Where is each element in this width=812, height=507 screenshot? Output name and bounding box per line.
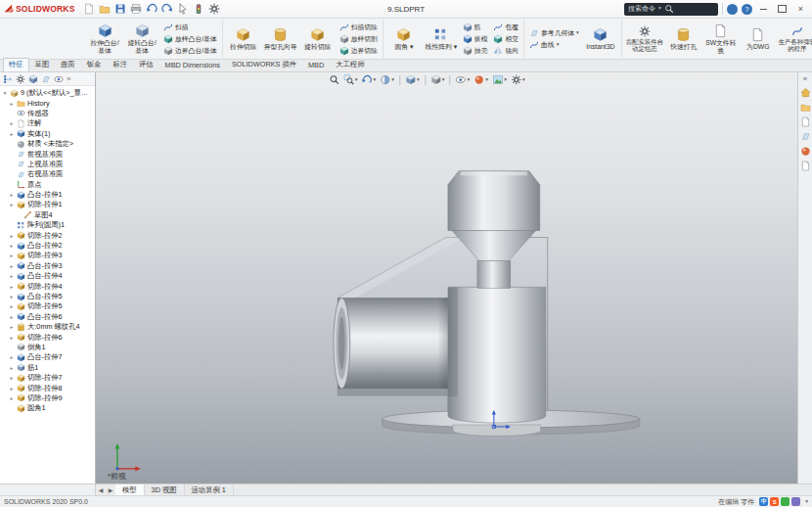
minimize-button[interactable]: [756, 3, 771, 16]
commandmanager-tab-6[interactable]: MBD Dimensions: [159, 59, 226, 71]
tree-arrow-icon[interactable]: ▸: [9, 335, 15, 341]
tree-arrow-icon[interactable]: ▸: [9, 273, 15, 279]
swept-cut-button[interactable]: 扫描切除: [338, 22, 380, 32]
tree-item-1[interactable]: ▸History: [0, 98, 95, 108]
tree-arrow-icon[interactable]: ▸: [9, 375, 15, 381]
undo-button[interactable]: [145, 2, 159, 16]
tree-item-26[interactable]: ▸凸台-拉伸7: [0, 352, 95, 362]
ime-lang-icon[interactable]: 中: [759, 497, 768, 506]
tree-item-3[interactable]: ▸注解: [0, 118, 95, 128]
tree-arrow-icon[interactable]: ▸: [9, 284, 15, 290]
tray-caret-icon[interactable]: ▾: [805, 499, 808, 505]
swept-boss-button[interactable]: 扫描: [161, 22, 219, 32]
open-file-button[interactable]: [98, 2, 113, 16]
tree-arrow-icon[interactable]: ▸: [9, 303, 15, 309]
tree-arrow-icon[interactable]: ▸: [9, 263, 15, 269]
graphics-area[interactable]: ▾▾▾▾▾▾▾▾▾: [96, 72, 797, 484]
macro-gear-button[interactable]: 齿配实装件自动定组态: [625, 22, 664, 56]
tree-item-2[interactable]: 传感器: [0, 109, 95, 118]
tree-arrow-icon[interactable]: ▸: [9, 395, 15, 401]
revolved-boss-button[interactable]: 旋转凸台/基体: [124, 22, 159, 56]
apply-scene-button[interactable]: ▾: [491, 73, 508, 86]
mirror-button[interactable]: 镜向: [491, 45, 520, 56]
command-search-input[interactable]: 搜索命令 ▾: [624, 3, 718, 16]
tree-item-0[interactable]: ▾9 (默认<<默认>_显示状态 1>: [0, 88, 95, 98]
options-button[interactable]: [207, 2, 222, 16]
to-dwg-button[interactable]: 为DWG: [741, 22, 776, 56]
quick-hole-button[interactable]: 快速打孔: [666, 22, 701, 56]
model-canvas[interactable]: [96, 72, 797, 484]
save-button[interactable]: [113, 2, 128, 16]
tree-item-29[interactable]: ▸切除-拉伸8: [0, 383, 95, 392]
tree-item-28[interactable]: ▸切除-拉伸7: [0, 373, 95, 383]
draft-button[interactable]: 拔模: [461, 33, 490, 44]
fm-display-tab[interactable]: [54, 74, 64, 84]
close-button[interactable]: ×: [793, 3, 808, 16]
maximize-button[interactable]: [775, 3, 789, 16]
commandmanager-tab-8[interactable]: MBD: [302, 59, 330, 71]
pane-flyout-icon[interactable]: »: [67, 74, 70, 83]
select-button[interactable]: [176, 2, 191, 16]
ime-tool-icon[interactable]: [791, 497, 800, 506]
tree-item-23[interactable]: ▸大:0mm 螺纹孔4: [0, 322, 95, 332]
document-tab-2[interactable]: 运动算例 1: [185, 484, 234, 495]
boundary-cut-button[interactable]: 边界切除: [338, 45, 380, 56]
appearances-button[interactable]: [800, 146, 811, 157]
tree-item-4[interactable]: ▸实体(1): [0, 129, 95, 139]
tree-item-11[interactable]: ▸切除-拉伸1: [0, 200, 95, 209]
fm-dimxpert-tab[interactable]: [41, 74, 51, 84]
hide-show-items-button[interactable]: ▾: [455, 73, 472, 86]
file-convert-button[interactable]: SW文件转换: [703, 22, 739, 56]
section-view-button[interactable]: ▾: [379, 73, 395, 86]
fm-property-tab[interactable]: [16, 74, 25, 84]
search-caret-icon[interactable]: ▾: [658, 6, 661, 12]
sogou-ime-icon[interactable]: S: [770, 497, 779, 506]
hole-wizard-button[interactable]: 异型孔向导: [263, 22, 298, 56]
commandmanager-tab-3[interactable]: 钣金: [81, 58, 108, 71]
tree-item-8[interactable]: 右视基准面: [0, 169, 95, 179]
tree-arrow-icon[interactable]: ▸: [9, 314, 15, 320]
user-account-button[interactable]: [727, 4, 738, 15]
tree-arrow-icon[interactable]: ▸: [9, 354, 15, 360]
tree-item-31[interactable]: 圆角1: [0, 403, 95, 413]
extruded-cut-button[interactable]: 拉伸切除: [226, 22, 261, 56]
commandmanager-tab-5[interactable]: 评估: [133, 58, 159, 71]
commandmanager-tab-2[interactable]: 曲面: [55, 58, 81, 71]
rib-button[interactable]: 筋: [461, 22, 490, 32]
edit-appearance-button[interactable]: ▾: [473, 73, 489, 86]
fm-config-tab[interactable]: [28, 74, 38, 84]
tree-item-17[interactable]: ▸凸台-拉伸3: [0, 261, 95, 271]
tree-item-13[interactable]: 阵列(圆周)1: [0, 220, 95, 230]
tree-item-6[interactable]: 前视基准面: [0, 149, 95, 159]
tree-item-19[interactable]: ▸切除-拉伸4: [0, 281, 95, 291]
search-icon[interactable]: [664, 4, 674, 14]
tree-item-25[interactable]: 倒角1: [0, 343, 95, 352]
tree-arrow-icon[interactable]: ▸: [9, 253, 15, 258]
commandmanager-tab-9[interactable]: 大工程师: [330, 58, 370, 71]
zoom-area-button[interactable]: ▾: [342, 73, 359, 86]
previous-view-button[interactable]: ▾: [361, 73, 378, 86]
lofted-cut-button[interactable]: 放样切割: [338, 33, 380, 44]
tree-item-9[interactable]: 原点: [0, 180, 95, 190]
document-tab-0[interactable]: 模型: [115, 484, 145, 495]
tree-item-20[interactable]: ▸凸台-拉伸5: [0, 292, 95, 301]
revolved-cut-button[interactable]: 旋转切除: [300, 22, 336, 56]
tree-arrow-icon[interactable]: ▸: [9, 192, 15, 198]
commandmanager-tab-7[interactable]: SOLIDWORKS 插件: [226, 58, 302, 71]
fillet-button[interactable]: 圆角 ▾: [386, 22, 422, 56]
commandmanager-tab-1[interactable]: 草图: [29, 58, 56, 71]
commandmanager-tab-4[interactable]: 标注: [107, 58, 133, 71]
tabs-prev-icon[interactable]: ◀: [96, 484, 106, 495]
shell-button[interactable]: 抽壳: [461, 45, 490, 56]
lofted-boss-button[interactable]: 放样凸台/基体: [161, 33, 219, 44]
tree-arrow-icon[interactable]: ▾: [2, 90, 8, 96]
tree-item-14[interactable]: ▸切除-拉伸2: [0, 230, 95, 240]
custom-properties-button[interactable]: [800, 161, 811, 171]
tabs-next-icon[interactable]: ▶: [106, 484, 115, 495]
tree-item-30[interactable]: ▸切除-拉伸9: [0, 393, 95, 403]
tree-arrow-icon[interactable]: ▸: [9, 101, 15, 107]
linear-pattern-button[interactable]: 线性阵列 ▾: [424, 22, 459, 56]
commandmanager-tab-0[interactable]: 特征: [3, 58, 29, 71]
fm-tree-tab[interactable]: [3, 74, 13, 84]
tree-item-27[interactable]: ▸筋1: [0, 363, 95, 373]
